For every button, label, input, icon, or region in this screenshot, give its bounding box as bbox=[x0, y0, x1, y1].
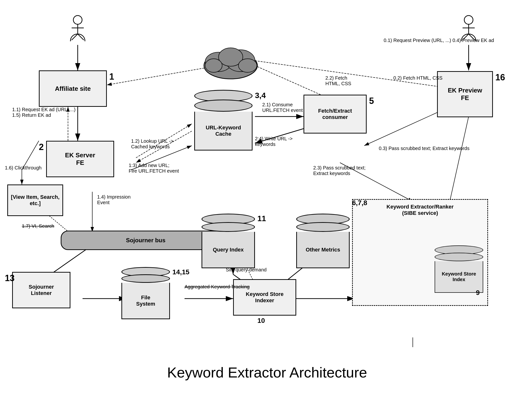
keyword-extractor-ranker-node: Keyword Extractor/Ranker(SIBE service) K… bbox=[352, 199, 488, 306]
fetch-extract-number: 5 bbox=[369, 96, 374, 106]
file-system-label: File bbox=[136, 294, 155, 301]
sojourner-listener-number: 13 bbox=[5, 273, 15, 283]
label-1-1: 1.1) Request EK ad (URL, ...)1.5) Return… bbox=[12, 107, 76, 118]
svg-point-32 bbox=[73, 16, 82, 24]
fetch-extract-label: Fetch/Extract bbox=[318, 108, 352, 114]
label-0-1: 0.1) Request Preview (URL, ...) 0.4) Pre… bbox=[384, 38, 494, 43]
ek-server-label: EK Server bbox=[65, 151, 95, 159]
ek-preview-fe-node: EK Preview FE bbox=[437, 71, 493, 117]
ek-preview-fe-label-2: FE bbox=[448, 94, 482, 102]
ek-server-fe-node: EK Server FE bbox=[46, 141, 114, 177]
affiliate-site-label: Affiliate site bbox=[55, 85, 91, 92]
affiliate-site-number: 1 bbox=[109, 72, 114, 82]
label-2-2: 2.2) FetchHTML, CSS bbox=[325, 75, 351, 86]
ek-preview-fe-number: 16 bbox=[495, 72, 505, 83]
affiliate-site-node: Affiliate site bbox=[39, 70, 107, 107]
label-1-6: 1.6) Clickthrough bbox=[5, 165, 42, 171]
svg-point-37 bbox=[464, 16, 473, 24]
keyword-store-index-label: Keyword Store bbox=[442, 271, 476, 277]
svg-line-14 bbox=[364, 109, 444, 146]
label-0-3: 0.3) Pass scrubbed text; Extract keyword… bbox=[379, 146, 470, 151]
keyword-store-index-number: 9 bbox=[476, 289, 480, 297]
svg-point-46 bbox=[205, 59, 222, 72]
svg-line-11 bbox=[255, 66, 321, 95]
page-title: Keyword Extractor Architecture bbox=[97, 364, 437, 381]
sojourner-listener-node: Sojourner Listener bbox=[12, 272, 70, 308]
fetch-extract-node: Fetch/Extract consumer bbox=[304, 95, 367, 134]
view-item-node: [View Item, Search, etc.] bbox=[7, 184, 63, 216]
other-metrics-node: Other Metrics bbox=[296, 214, 350, 268]
label-1-2: 1.2) Lookup URL ->Cached keywords bbox=[131, 138, 173, 150]
query-index-node: Query Index bbox=[202, 214, 255, 268]
label-1-7: 1.7) VI, Search bbox=[22, 223, 54, 229]
url-keyword-cache-node: URL-Keyword Cache bbox=[194, 90, 253, 151]
ek-server-fe-label: FE bbox=[65, 159, 95, 167]
keyword-extractor-ranker-label: Keyword Extractor/Ranker(SIBE service) bbox=[357, 204, 483, 216]
other-metrics-label: Other Metrics bbox=[306, 247, 340, 253]
url-keyword-cache-label: URL-Keyword bbox=[206, 125, 241, 131]
label-1-4: 1.4) ImpressionEvent bbox=[97, 194, 131, 205]
url-keyword-cache-number: 3,4 bbox=[255, 91, 266, 100]
query-index-label: Query Index bbox=[213, 247, 244, 253]
file-system-node: File System bbox=[121, 267, 170, 319]
keyword-extractor-number: 6,7,8 bbox=[352, 199, 367, 207]
label-2-4: 2:4) Write URL ->keywords bbox=[255, 136, 293, 147]
svg-line-29 bbox=[449, 117, 469, 204]
sojourner-bus-label: Sojourner bus bbox=[126, 237, 166, 244]
query-index-number: 11 bbox=[257, 214, 266, 223]
label-1-3: 1:3) Add new URL;Fire URL.FETCH event bbox=[129, 163, 179, 174]
keyword-store-indexer-number: 10 bbox=[257, 317, 265, 325]
svg-point-47 bbox=[238, 59, 257, 72]
file-system-number: 14,15 bbox=[172, 268, 189, 276]
label-aggregated: Aggregated Keyword Tracking bbox=[185, 284, 250, 290]
label-site-query: Site query demand bbox=[226, 267, 267, 273]
internet-cloud bbox=[199, 41, 262, 81]
person-user-left bbox=[63, 15, 92, 42]
sojourner-listener-label: Sojourner bbox=[29, 284, 54, 290]
diagram-container: Affiliate site 1 EK Server FE 2 [View It… bbox=[0, 0, 532, 402]
label-0-2: 0.2) Fetch HTML, CSS bbox=[393, 75, 442, 81]
label-2-1: 2.1) ConsumeURL.FETCH event bbox=[262, 102, 303, 113]
keyword-store-indexer-label: Keyword Store bbox=[246, 291, 283, 297]
label-2-3: 2.3) Pass scrubbed text;Extract keywords bbox=[313, 165, 366, 176]
ek-preview-fe-label-1: EK Preview bbox=[448, 87, 482, 94]
ek-server-fe-number: 2 bbox=[39, 142, 44, 152]
view-item-label: [View Item, Search, etc.] bbox=[10, 194, 60, 207]
